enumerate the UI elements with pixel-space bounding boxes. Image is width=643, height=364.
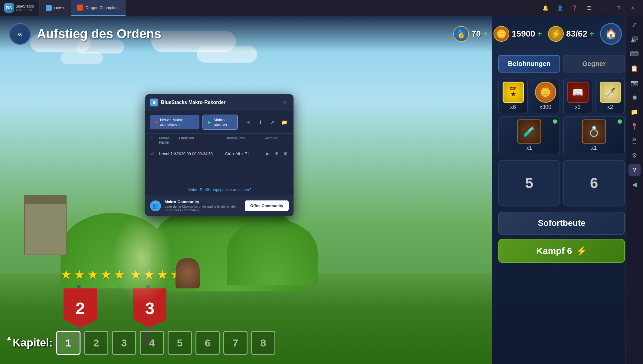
rewards-grid-bottom: 🧪 x1 💍 x1 bbox=[498, 116, 625, 154]
sidebar-back-btn[interactable]: ◀ bbox=[628, 178, 641, 190]
back-button[interactable]: « bbox=[9, 23, 31, 45]
macro-play-btn[interactable]: ▶ bbox=[264, 150, 271, 157]
community-desc: Lade deine Makros herunter und teile sie… bbox=[165, 205, 241, 212]
sidebar-record-btn[interactable]: ⏺ bbox=[628, 91, 641, 103]
col-actions: Aktionen bbox=[264, 136, 289, 145]
menu-btn[interactable]: ☰ bbox=[585, 4, 593, 12]
bluestacks-logo: BS BlueStacks 4.240.15.1005 bbox=[0, 0, 39, 16]
chapter-bar: ▲ Kapitel: 1 2 3 4 5 6 7 8 bbox=[9, 331, 275, 355]
sidebar-location-btn[interactable]: 📍 bbox=[628, 120, 641, 132]
chapter-3[interactable]: 3 bbox=[112, 331, 136, 355]
game-tab-icon bbox=[77, 5, 83, 11]
bs-version: 4.240.15.1005 bbox=[16, 8, 35, 12]
chapter-1[interactable]: 1 bbox=[56, 331, 80, 355]
potion-green-dot bbox=[553, 119, 557, 124]
new-macro-btn[interactable]: Neues Makro aufnehmen bbox=[150, 115, 199, 129]
coin-icon: 🪙 bbox=[494, 26, 509, 42]
bs-icon: BS bbox=[4, 3, 14, 13]
account-btn[interactable]: 👤 bbox=[556, 4, 564, 12]
macro-touch-link[interactable]: Makro-Berührungspunkte anzeigen? bbox=[145, 184, 294, 195]
macro-created: 2020.09.09 09:34:53 bbox=[177, 151, 225, 156]
macro-empty-space bbox=[145, 160, 294, 184]
chapter-5[interactable]: 5 bbox=[168, 331, 192, 355]
play-macro-btn[interactable]: ▶ Makro abrufen bbox=[202, 115, 238, 130]
enemy-slots: 5 6 bbox=[498, 160, 625, 206]
exp-icon: EXP ★ bbox=[503, 82, 524, 103]
sidebar-expand-btn[interactable]: ⤢ bbox=[628, 19, 641, 31]
open-community-btn[interactable]: Öffne Community bbox=[245, 200, 289, 211]
tab-belohnungen[interactable]: Belohnungen bbox=[498, 55, 560, 73]
help-btn[interactable]: ❓ bbox=[570, 4, 579, 12]
macro-delete-btn[interactable]: 🗑 bbox=[283, 150, 289, 157]
flag-2: ★ ★ ★ ★ ★ 2 bbox=[61, 285, 97, 328]
sofortbeute-button[interactable]: Sofortbeute bbox=[498, 212, 625, 235]
coin-value: 15900 bbox=[512, 29, 535, 39]
sidebar-help-btn[interactable]: ? bbox=[628, 164, 641, 176]
resource-energy: ⚡ 83/62 + bbox=[548, 26, 594, 42]
notifications-btn[interactable]: 🔔 bbox=[541, 4, 550, 12]
scroll-count: x2 bbox=[599, 104, 622, 110]
col-created: Erstellt am bbox=[177, 136, 225, 145]
energy-icon: ⚡ bbox=[548, 26, 564, 42]
dialog-icon: ⏺ bbox=[150, 99, 158, 106]
community-text: Makro-Community Lade deine Makros herunt… bbox=[165, 200, 241, 212]
play-icon: ▶ bbox=[208, 120, 211, 125]
chapter-7[interactable]: 7 bbox=[223, 331, 248, 355]
dialog-title: BlueStacks Makro-Rekorder bbox=[161, 100, 278, 105]
sidebar-settings-btn[interactable]: ⚙ bbox=[628, 149, 641, 161]
export-icon-btn[interactable]: ↗ bbox=[268, 118, 277, 126]
kampf-button[interactable]: Kampf 6 ⚡ bbox=[498, 239, 625, 263]
ring-icon: 💍 bbox=[582, 119, 606, 144]
macro-settings-btn[interactable]: ⚙ bbox=[274, 150, 280, 157]
reward-exp: EXP ★ x6 bbox=[498, 79, 528, 113]
col-name: Makro-Name bbox=[159, 136, 177, 145]
dialog-close-btn[interactable]: × bbox=[281, 99, 289, 106]
cloud-5 bbox=[61, 52, 103, 64]
star-1: ★ bbox=[61, 267, 72, 282]
sidebar-keyboard-btn[interactable]: ⌨ bbox=[628, 48, 641, 60]
folder-icon-btn[interactable]: 📁 bbox=[280, 118, 289, 126]
tab-gegner[interactable]: Gegner bbox=[563, 55, 625, 73]
energy-plus: + bbox=[590, 30, 594, 38]
game-topbar: « Aufstieg des Ordens 🏅 70 + 🪙 15900 + bbox=[0, 16, 631, 52]
chapter-2[interactable]: 2 bbox=[84, 331, 108, 355]
maximize-btn[interactable]: □ bbox=[614, 4, 622, 12]
tree-stump bbox=[176, 258, 200, 288]
coin-count: x300 bbox=[534, 104, 557, 110]
ring-green-dot bbox=[618, 119, 622, 124]
macro-star-btn[interactable]: ☆ bbox=[150, 151, 159, 157]
star-4: ★ bbox=[100, 267, 112, 282]
grid-icon-btn[interactable]: ⊞ bbox=[244, 118, 252, 126]
chapter-4[interactable]: 4 bbox=[140, 331, 164, 355]
reward-scroll: 🗡️ x2 bbox=[595, 79, 625, 113]
sidebar-screenshot-btn[interactable]: 📷 bbox=[628, 77, 641, 89]
chapter-8[interactable]: 8 bbox=[251, 331, 275, 355]
reward-potion: 🧪 x1 bbox=[498, 116, 560, 154]
right-sidebar: ⤢ 🔊 ⌨ 📋 📷 ⏺ 📁 📍 📱 ⚙ ? ◀ bbox=[625, 16, 643, 364]
chapter-6[interactable]: 6 bbox=[195, 331, 220, 355]
sidebar-volume-btn[interactable]: 🔊 bbox=[628, 33, 641, 45]
reward-tabs: Belohnungen Gegner bbox=[498, 55, 625, 73]
star-2: ★ bbox=[74, 267, 85, 282]
sidebar-phone-btn[interactable]: 📱 bbox=[628, 135, 641, 147]
sidebar-clipboard-btn[interactable]: 📋 bbox=[628, 62, 641, 74]
enemy-slot-6: 6 bbox=[563, 160, 625, 206]
tab-home[interactable]: Home bbox=[39, 0, 71, 16]
window-controls: 🔔 👤 ❓ ☰ — □ × bbox=[541, 4, 643, 12]
download-icon-btn[interactable]: ⬇ bbox=[256, 118, 264, 126]
close-btn[interactable]: × bbox=[628, 4, 637, 12]
macro-dialog: ⏺ BlueStacks Makro-Rekorder × Neues Makr… bbox=[145, 94, 294, 216]
medal-value: 70 bbox=[471, 29, 481, 39]
dialog-toolbar: Neues Makro aufnehmen ▶ Makro abrufen ⊞ … bbox=[145, 111, 294, 134]
home-icon: 🏠 bbox=[605, 28, 617, 40]
dialog-table-header: ☆ Makro-Name Erstellt am Tastenkürzel Ak… bbox=[145, 134, 294, 147]
tab-dragon-champions[interactable]: Dragon Champions bbox=[71, 0, 126, 16]
kapitel-label: Kapitel: bbox=[13, 336, 53, 349]
dialog-header: ⏺ BlueStacks Makro-Rekorder × bbox=[145, 94, 294, 111]
sidebar-folder-btn[interactable]: 📁 bbox=[628, 106, 641, 118]
minimize-btn[interactable]: — bbox=[599, 4, 608, 12]
home-button[interactable]: 🏠 bbox=[600, 23, 622, 45]
rewards-grid-top: EXP ★ x6 🪙 x300 📖 x3 🗡️ x2 bbox=[498, 79, 625, 113]
tab-game-label: Dragon Champions bbox=[86, 5, 120, 10]
new-macro-label: Neues Makro aufnehmen bbox=[160, 118, 194, 127]
